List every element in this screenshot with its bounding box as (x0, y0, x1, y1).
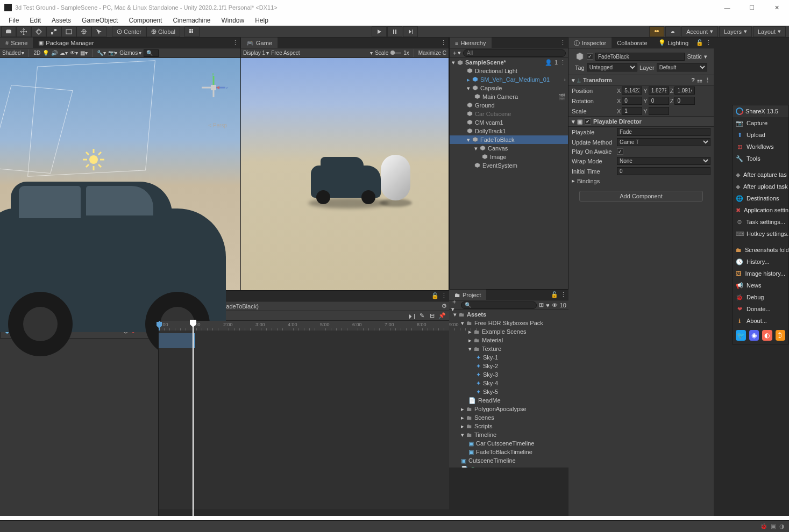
proj-item[interactable]: ✦ Sky-1 (449, 353, 568, 362)
light-toggle[interactable]: 💡 (42, 50, 49, 56)
camera-icon[interactable]: 📷▾ (108, 50, 117, 56)
tab-collaborate[interactable]: Collaborate (612, 38, 652, 48)
proj-item[interactable]: ✦ Sky-2 (449, 362, 568, 370)
proj-item[interactable]: ✦ Sky-4 (449, 379, 568, 387)
proj-item[interactable]: ▸ 🖿 Scripts (449, 422, 568, 430)
hidden-toggle[interactable]: 👁▾ (70, 50, 78, 56)
add-component-button[interactable]: Add Component (579, 191, 703, 202)
help-icon[interactable]: ? (691, 77, 695, 83)
hier-search-input[interactable] (463, 49, 566, 57)
tab-menu-icon[interactable]: ⋮ (706, 39, 712, 46)
menu-gameobject[interactable]: GameObject (77, 16, 122, 25)
timeline-ruler[interactable]: 0:001:002:003:004:005:006:007:008:009:00 (159, 321, 449, 330)
gizmos-dropdown[interactable]: Gizmos ▾ (119, 50, 141, 56)
tab-inspector[interactable]: ⓘInspector (568, 38, 612, 48)
transform-component[interactable]: ▾⟂Transform ? ⚏ ⋮ (568, 75, 714, 85)
proj-item[interactable]: ✦ Sky-5 (449, 387, 568, 396)
scene-search[interactable] (144, 49, 159, 57)
hier-scene-root[interactable]: ▾ SampleScene* 👤 1 ⋮ (450, 58, 568, 67)
proj-item[interactable]: ▸ 🖿 Scenes (449, 413, 568, 422)
menu-file[interactable]: File (4, 16, 23, 25)
scl-y[interactable] (649, 107, 669, 115)
tab-lighting[interactable]: 💡Lighting (653, 38, 694, 48)
proj-item[interactable]: ▸ 🖿 Material (449, 336, 568, 344)
grid-toggle[interactable]: ▦▾ (80, 50, 88, 56)
sharex-item[interactable]: ⌨Hotkey settings... (733, 228, 788, 240)
transform-tool[interactable] (76, 26, 91, 37)
playable-director-component[interactable]: ▾▣ ✓ Playable Director (568, 116, 714, 127)
proj-item[interactable]: ▣ FadeToBlackTimeline (449, 448, 568, 456)
maximize-button[interactable]: ☐ (740, 0, 764, 15)
proj-fav-icon[interactable]: ♥ (546, 302, 550, 308)
hier-item[interactable]: Main Camera🎬 (450, 92, 568, 101)
scl-x[interactable] (622, 107, 642, 115)
proj-item[interactable]: 📄 ReadMe (449, 396, 568, 405)
snap-toggle[interactable] (184, 26, 200, 37)
tl-settings-icon[interactable]: ⚙ (442, 303, 447, 310)
pos-x[interactable] (622, 87, 642, 95)
sharex-item[interactable]: 📷Capture (733, 117, 788, 129)
lock-icon[interactable]: 🔓 (551, 291, 558, 298)
tl-edit-icon[interactable]: ✎ (417, 312, 427, 320)
menu-help[interactable]: Help (251, 16, 273, 25)
sharex-item[interactable]: ◆After capture tas (733, 169, 788, 181)
display-dropdown[interactable]: Display 1 ▾ (243, 50, 269, 56)
active-checkbox[interactable]: ✓ (587, 53, 593, 60)
sharex-item[interactable]: 🕓History... (733, 256, 788, 268)
bitcoin-icon[interactable]: ₿ (776, 330, 786, 341)
proj-item[interactable]: ▣ Car CutsceneTimeline (449, 439, 568, 448)
layout-dropdown[interactable]: Layout▾ (753, 26, 786, 37)
proj-item[interactable]: ▸ 🖿 PolygonApocalypse (449, 405, 568, 413)
tab-menu-icon[interactable]: ⋮ (232, 39, 238, 46)
axis-gizmo[interactable]: yz (197, 71, 230, 104)
tab-hierarchy[interactable]: ≡Hierarchy (450, 38, 492, 48)
layer-dropdown[interactable]: Default (657, 63, 707, 71)
hier-item[interactable]: Car Cutscene (450, 110, 568, 118)
sharex-item[interactable]: 🌐Destinations (733, 192, 788, 204)
menu-cinemachine[interactable]: Cinemachine (168, 16, 215, 25)
play-button[interactable] (372, 26, 387, 37)
tab-scene[interactable]: #Scene (0, 38, 33, 48)
initial-time-field[interactable] (617, 167, 710, 175)
move-tool[interactable] (16, 26, 31, 37)
lock-icon[interactable]: 🔓 (696, 39, 703, 46)
menu-edit[interactable]: Edit (25, 16, 45, 25)
sharex-item[interactable]: 🔧Tools (733, 153, 788, 164)
account-dropdown[interactable]: Account▾ (681, 26, 718, 37)
playable-field[interactable] (617, 128, 710, 136)
scale-slider[interactable] (390, 52, 401, 54)
scale-tool[interactable] (46, 26, 61, 37)
cloud-icon[interactable] (665, 26, 680, 37)
custom-tool[interactable] (91, 26, 106, 37)
collab-icon[interactable] (649, 26, 664, 37)
hier-item[interactable]: ▾ Capsule (450, 84, 568, 92)
play-on-awake-checkbox[interactable]: ✓ (617, 148, 623, 155)
discord-icon[interactable]: ◉ (749, 330, 759, 341)
timeline-playhead[interactable] (193, 321, 194, 516)
sharex-item[interactable]: 🖼Image history... (733, 268, 788, 279)
aspect-dropdown[interactable]: Free Aspect ▾ (271, 50, 373, 56)
proj-hidden-icon[interactable]: 👁 (552, 302, 558, 308)
menu-assets[interactable]: Assets (47, 16, 75, 25)
twitter-icon[interactable]: 🐦 (736, 330, 746, 341)
hand-tool[interactable] (1, 26, 16, 37)
preset-icon[interactable]: ⚏ (697, 77, 702, 84)
menu-window[interactable]: Window (217, 16, 249, 25)
tab-menu-icon[interactable]: ⋮ (440, 39, 446, 46)
tab-menu-icon[interactable]: ⋮ (441, 292, 447, 299)
tab-game[interactable]: 🎮Game (241, 38, 278, 48)
director-enabled[interactable]: ✓ (585, 118, 591, 125)
hier-item[interactable]: CM vcam1 (450, 118, 568, 127)
sharex-item[interactable]: ◆After upload task (733, 181, 788, 192)
rot-z[interactable] (674, 97, 695, 105)
static-label[interactable]: Static (687, 53, 702, 60)
sharex-item[interactable]: 🐞Debug (733, 291, 788, 303)
rot-y[interactable] (649, 97, 669, 105)
tab-menu-icon[interactable]: ⋮ (560, 39, 566, 46)
hier-item[interactable]: EventSystem (450, 161, 568, 170)
tl-marker-icon[interactable]: ⏵| (407, 312, 416, 320)
proj-search-input[interactable] (461, 301, 537, 309)
tl-lock-icon[interactable]: ⊟ (427, 312, 437, 320)
step-button[interactable] (403, 26, 418, 37)
sharex-item[interactable]: 📢News (733, 279, 788, 291)
